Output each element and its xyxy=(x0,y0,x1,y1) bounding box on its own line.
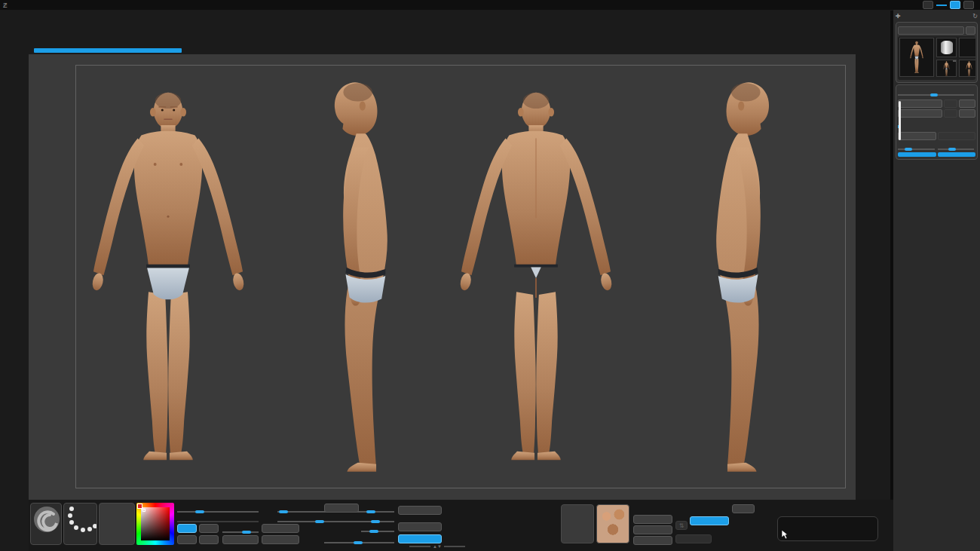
pa-blur-slider[interactable] xyxy=(361,523,394,533)
projection-shell-slider[interactable] xyxy=(324,534,394,544)
tool-thumb-current[interactable] xyxy=(899,38,934,77)
right-panel: ❖ ↻ ✚ ↻ xyxy=(893,0,980,551)
tool-thumbnails xyxy=(898,36,975,80)
dots-stroke-icon xyxy=(64,504,97,537)
tray-split-handle[interactable]: ▲▼ xyxy=(409,544,465,549)
project-confirm-button[interactable] xyxy=(898,152,936,157)
texture-off-thumb[interactable] xyxy=(561,504,594,543)
zbrush-logo-icon: Ƶ xyxy=(3,2,8,9)
visible-count-slider[interactable] xyxy=(898,87,975,96)
refresh-icon[interactable]: ↻ xyxy=(972,13,978,20)
default-zscript-button[interactable] xyxy=(963,1,974,9)
current-tool-name[interactable] xyxy=(898,26,964,35)
tool-palette-header[interactable]: ✚ ↻ xyxy=(896,11,978,20)
color-picker-square[interactable] xyxy=(141,507,170,540)
menu-bar xyxy=(0,10,893,20)
m-button[interactable] xyxy=(199,535,219,544)
project-all-button[interactable] xyxy=(898,132,936,140)
z-intensity-slider[interactable] xyxy=(177,504,259,513)
project-section-header[interactable] xyxy=(898,122,975,130)
mean-slider[interactable] xyxy=(938,142,976,151)
texture-on-left-button[interactable] xyxy=(398,534,442,543)
document-canvas[interactable] xyxy=(29,54,856,500)
wrench-icon: ✚ xyxy=(896,13,901,20)
texture-export-button[interactable] xyxy=(633,525,672,534)
bottom-bar: ⇅ ▲▼ xyxy=(29,500,893,551)
zadd-button[interactable] xyxy=(177,524,197,533)
bottom-dist-slider[interactable] xyxy=(361,504,394,513)
model-front-view[interactable] xyxy=(74,75,262,481)
alpha-selector[interactable] xyxy=(99,503,135,545)
sdiv-progress-bar[interactable] xyxy=(34,48,182,53)
tool-thumb-male-2[interactable] xyxy=(959,60,975,77)
transfer-icon[interactable]: ⇅ xyxy=(675,521,688,530)
folder-forward-button[interactable] xyxy=(959,109,975,118)
model-left-profile-view[interactable] xyxy=(315,75,428,481)
bottom-mean-slider[interactable] xyxy=(361,513,394,523)
dist-slider[interactable] xyxy=(898,142,936,151)
texture-export-dim-button[interactable] xyxy=(675,534,712,543)
current-color-swatch[interactable] xyxy=(137,504,142,509)
rgb-button[interactable] xyxy=(177,535,197,544)
new-folder-button[interactable] xyxy=(898,109,942,118)
texture-import-button[interactable] xyxy=(633,536,672,545)
tool-thumb-cylinder[interactable] xyxy=(936,38,957,57)
rgb-intensity-slider[interactable] xyxy=(177,513,259,523)
move-up-button[interactable] xyxy=(944,99,958,108)
see-through-slider[interactable] xyxy=(936,4,947,6)
tool-thumb-simplebrush[interactable] xyxy=(959,38,975,57)
standard-brush-icon xyxy=(31,504,62,537)
list-all-button[interactable] xyxy=(898,99,942,108)
color-picker-cursor xyxy=(142,509,145,512)
clone-txtr-button[interactable] xyxy=(633,515,672,524)
focal-shift-slider[interactable] xyxy=(277,513,362,523)
viewmask-button[interactable] xyxy=(222,535,259,544)
model-right-profile-view[interactable] xyxy=(675,75,789,481)
body-diffuse-texture-thumb[interactable] xyxy=(596,504,629,543)
clear-button[interactable] xyxy=(262,535,299,544)
texture-on-right-button[interactable] xyxy=(690,516,729,525)
brush-selector[interactable] xyxy=(30,503,62,545)
project-cancel-button[interactable] xyxy=(938,152,976,157)
mouse-cursor-icon xyxy=(781,529,789,540)
divider-tooltip xyxy=(777,516,878,541)
backfacemask-button[interactable] xyxy=(398,522,442,531)
mbs-button[interactable] xyxy=(732,504,755,513)
topological-button[interactable] xyxy=(398,506,442,515)
inverse-button[interactable] xyxy=(262,524,299,533)
model-back-view[interactable] xyxy=(442,75,630,481)
tool-thumb-male-1[interactable] xyxy=(936,60,957,77)
title-bar: Ƶ xyxy=(0,0,980,10)
subtool-scrollbar[interactable] xyxy=(899,101,901,140)
bottom-project-all-button[interactable] xyxy=(324,504,359,513)
quicksave-button[interactable] xyxy=(923,1,933,9)
top-shelf xyxy=(5,29,891,48)
tool-section xyxy=(896,22,978,83)
project-history-button[interactable] xyxy=(938,132,975,140)
subtool-section xyxy=(896,84,978,160)
stroke-selector[interactable] xyxy=(63,503,97,545)
move-down-button[interactable] xyxy=(959,99,975,108)
zsub-button[interactable] xyxy=(199,524,219,533)
imbed-slider[interactable] xyxy=(222,524,259,534)
folder-back-button[interactable] xyxy=(944,109,958,118)
cylinder-icon xyxy=(941,41,953,54)
menus-button[interactable] xyxy=(950,1,960,9)
color-picker[interactable] xyxy=(136,503,174,545)
tool-r-button[interactable] xyxy=(966,26,975,35)
